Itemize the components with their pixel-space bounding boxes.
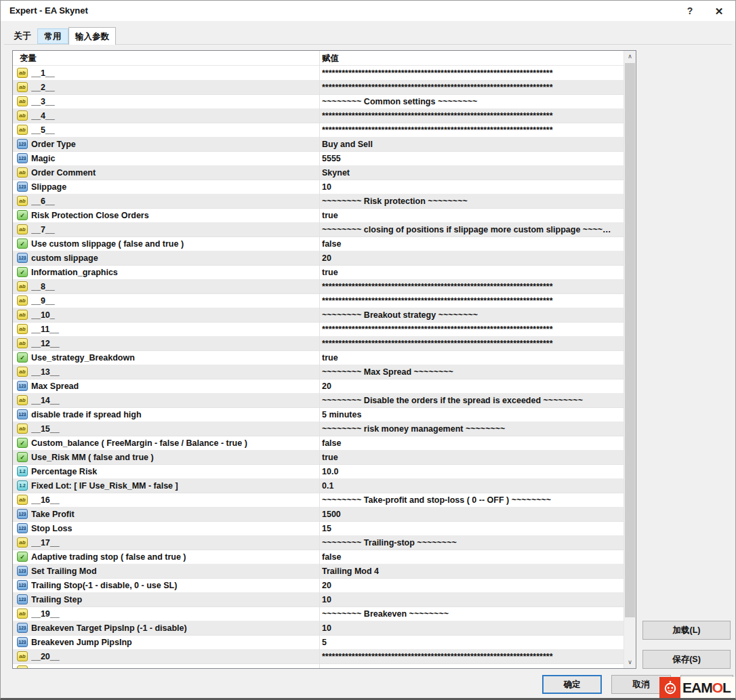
param-row[interactable]: 123 Max Spread 20 xyxy=(13,379,623,394)
param-row[interactable]: ab __5__ *******************************… xyxy=(13,123,623,138)
param-value[interactable]: 1500 xyxy=(322,508,620,521)
param-value[interactable]: ****************************************… xyxy=(322,66,620,80)
column-divider[interactable] xyxy=(319,51,320,668)
param-value[interactable]: ****************************************… xyxy=(322,123,620,137)
param-row[interactable]: ab __9__ *******************************… xyxy=(13,294,623,308)
param-row[interactable]: ab __14__ ~~~~~~~~ Disable the orders if… xyxy=(13,394,623,408)
param-row[interactable]: ab __12__ ******************************… xyxy=(13,337,623,351)
param-value[interactable]: true xyxy=(322,209,620,222)
param-row[interactable]: ✓ Use custom slippage ( false and true )… xyxy=(13,237,623,251)
param-value[interactable]: 10.0 xyxy=(322,465,620,478)
param-row[interactable]: ab __19__ ~~~~~~~~ Breakeven ~~~~~~~~ xyxy=(13,607,623,621)
param-row[interactable]: 123 Stop Loss 15 xyxy=(13,522,623,536)
param-row[interactable]: ab __16__ ~~~~~~~~ Take-profit and stop-… xyxy=(13,493,623,508)
param-value[interactable]: ~~~~~~~~ Breakeven ~~~~~~~~ xyxy=(322,607,620,621)
param-value[interactable]: true xyxy=(322,451,620,464)
param-row[interactable]: 123 Take Profit 1500 xyxy=(13,508,623,522)
param-row[interactable]: ab __10_ ~~~~~~~~ Breakout strategy ~~~~… xyxy=(13,308,623,323)
param-value[interactable]: 5555 xyxy=(322,152,620,165)
param-value[interactable]: Trailing Mod 4 xyxy=(322,564,620,578)
param-row[interactable]: 123 Trailing Step 10 xyxy=(13,593,623,607)
param-value[interactable]: ****************************************… xyxy=(322,109,620,123)
param-value[interactable]: ****************************************… xyxy=(322,337,620,350)
param-row[interactable]: 1.2 Fixed Lot: [ IF Use_Risk_MM - false … xyxy=(13,479,623,493)
param-row[interactable]: ✓ Adaptive trading stop ( false and true… xyxy=(13,550,623,564)
integer-param-icon: 123 xyxy=(17,381,28,391)
param-value[interactable]: 5 minutes xyxy=(322,408,620,421)
param-value[interactable]: ~~~~~~~~ risk money management ~~~~~~~~ xyxy=(322,422,620,436)
tab-common[interactable]: 常用 xyxy=(37,28,68,44)
param-value[interactable]: true xyxy=(322,351,620,365)
param-row[interactable]: ab __20__ ******************************… xyxy=(13,650,623,664)
param-row[interactable]: ab __17__ ~~~~~~~~ Trailing-stop ~~~~~~~… xyxy=(13,536,623,550)
param-value[interactable]: Skynet xyxy=(322,166,620,180)
param-value[interactable]: ~~~~~~~~ Max Spread ~~~~~~~~ xyxy=(322,365,620,379)
param-row[interactable]: 123 Magic 5555 xyxy=(13,152,623,166)
param-value[interactable]: 10 xyxy=(322,180,620,194)
integer-param-icon: 123 xyxy=(17,509,28,519)
param-value[interactable]: false xyxy=(322,436,620,450)
param-row[interactable]: ✓ Use_Risk MM ( false and true ) true xyxy=(13,451,623,465)
param-value[interactable]: ****************************************… xyxy=(322,650,620,663)
param-row[interactable]: ab __2__ *******************************… xyxy=(13,81,623,95)
param-row[interactable]: ✓ Use_strategy_Breakdown true xyxy=(13,351,623,365)
help-button[interactable]: ? xyxy=(678,3,701,20)
param-value[interactable]: 20 xyxy=(322,379,620,393)
param-value[interactable]: 15 xyxy=(322,522,620,535)
param-value[interactable]: Buy and Sell xyxy=(322,138,620,151)
param-row[interactable]: ✓ Information_graphics true xyxy=(13,266,623,280)
close-icon[interactable]: ✕ xyxy=(707,3,731,20)
param-row[interactable]: 123 Breakeven Target PipsInp (-1 - disab… xyxy=(13,621,623,636)
param-row[interactable]: 123 Order Type Buy and Sell xyxy=(13,138,623,152)
param-value[interactable]: ****************************************… xyxy=(322,280,620,293)
param-value[interactable]: ~~~~~~~~ Breakout strategy ~~~~~~~~ xyxy=(322,308,620,322)
param-row[interactable]: ✓ Risk Protection Close Orders true xyxy=(13,209,623,223)
param-row[interactable]: ab __6__ ~~~~~~~~ Risk protection ~~~~~~… xyxy=(13,194,623,209)
param-row[interactable]: 123 Trailing Stop(-1 - disable, 0 - use … xyxy=(13,579,623,593)
param-row[interactable]: ab __11__ ******************************… xyxy=(13,323,623,337)
param-row[interactable]: 123 Set Trailing Mod Trailing Mod 4 xyxy=(13,564,623,579)
param-value[interactable]: false xyxy=(322,237,620,251)
param-row[interactable]: 123 custom slippage 20 xyxy=(13,251,623,266)
param-row[interactable]: ✓ Custom_balance ( FreeMargin - false / … xyxy=(13,436,623,451)
param-row[interactable]: ab __3__ ~~~~~~~~ Common settings ~~~~~~… xyxy=(13,95,623,109)
tab-input-parameters[interactable]: 输入参数 xyxy=(68,27,116,45)
table-scrollbar[interactable]: ∧ ∨ xyxy=(623,51,636,668)
save-button[interactable]: 保存(S) xyxy=(642,650,731,669)
param-value[interactable]: 20 xyxy=(322,579,620,592)
param-value[interactable]: ~~~~~~~~ Risk protection ~~~~~~~~ xyxy=(322,194,620,208)
param-value[interactable]: ~~~~~~~~ Trailing-stop ~~~~~~~~ xyxy=(322,536,620,550)
tab-about[interactable]: 关于 xyxy=(7,28,37,44)
param-value[interactable]: ~~~~~~~~ Common settings ~~~~~~~~ xyxy=(322,95,620,108)
scroll-up-icon[interactable]: ∧ xyxy=(624,51,636,62)
param-value[interactable]: 10 xyxy=(322,621,620,635)
param-value[interactable]: ~~~~~~~~ closing of positions if slippag… xyxy=(322,223,620,236)
param-value[interactable]: ****************************************… xyxy=(322,294,620,308)
param-value[interactable]: 10 xyxy=(322,593,620,606)
param-row[interactable]: ab __8__ *******************************… xyxy=(13,280,623,294)
param-row[interactable]: ab xyxy=(13,664,623,668)
param-value[interactable]: 20 xyxy=(322,251,620,265)
param-row[interactable]: ab __7__ ~~~~~~~~ closing of positions i… xyxy=(13,223,623,237)
param-row[interactable]: 1.2 Percentage Risk 10.0 xyxy=(13,465,623,479)
param-value[interactable]: 5 xyxy=(322,636,620,649)
param-value[interactable]: false xyxy=(322,550,620,564)
param-row[interactable]: ab __4__ *******************************… xyxy=(13,109,623,123)
param-value[interactable]: ~~~~~~~~ Disable the orders if the sprea… xyxy=(322,394,620,407)
param-value[interactable]: ****************************************… xyxy=(322,323,620,336)
load-button[interactable]: 加载(L) xyxy=(642,621,731,640)
param-row[interactable]: 123 Breakeven Jump PipsInp 5 xyxy=(13,636,623,650)
param-value[interactable]: ****************************************… xyxy=(322,81,620,94)
param-row[interactable]: ab __15__ ~~~~~~~~ risk money management… xyxy=(13,422,623,436)
scrollbar-thumb[interactable] xyxy=(625,63,635,617)
param-row[interactable]: ab Order Comment Skynet xyxy=(13,166,623,180)
param-row[interactable]: ab __1__ *******************************… xyxy=(13,66,623,81)
param-row[interactable]: ab __13__ ~~~~~~~~ Max Spread ~~~~~~~~ xyxy=(13,365,623,379)
param-row[interactable]: 123 disable trade if spread high 5 minut… xyxy=(13,408,623,422)
param-value[interactable]: 0.1 xyxy=(322,479,620,493)
scroll-down-icon[interactable]: ∨ xyxy=(624,657,636,668)
param-row[interactable]: 123 Slippage 10 xyxy=(13,180,623,194)
param-value[interactable]: true xyxy=(322,266,620,279)
ok-button[interactable]: 确定 xyxy=(542,675,602,694)
param-value[interactable]: ~~~~~~~~ Take-profit and stop-loss ( 0 -… xyxy=(322,493,620,507)
